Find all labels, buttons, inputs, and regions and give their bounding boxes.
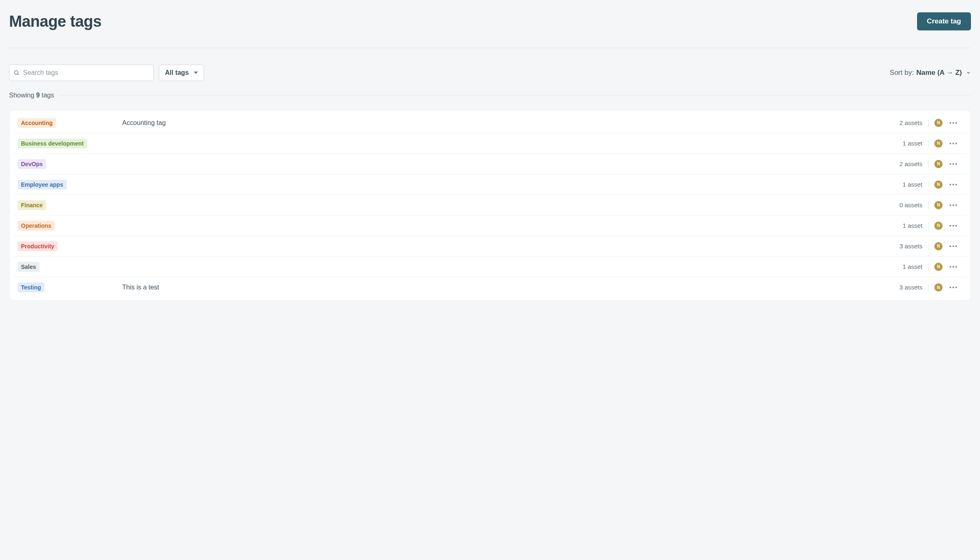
- more-horizontal-icon: [950, 184, 957, 185]
- owner-avatar[interactable]: N: [934, 180, 943, 189]
- svg-point-9: [952, 163, 954, 165]
- assets-count: 1 asset: [903, 222, 929, 230]
- svg-point-24: [952, 266, 954, 268]
- owner-avatar[interactable]: N: [934, 119, 943, 127]
- svg-point-17: [950, 225, 951, 227]
- more-actions-button[interactable]: [948, 180, 958, 190]
- svg-point-3: [952, 122, 954, 124]
- svg-point-14: [950, 204, 951, 206]
- filter-dropdown[interactable]: All tags: [159, 65, 204, 81]
- svg-point-7: [955, 143, 957, 144]
- svg-point-4: [955, 122, 957, 124]
- filter-label: All tags: [165, 69, 189, 76]
- tag-pill[interactable]: Finance: [18, 200, 46, 210]
- table-row[interactable]: DevOps2 assetsN: [14, 154, 966, 174]
- sort-prefix: Sort by:: [890, 69, 914, 77]
- results-count: Showing 9 tags: [9, 92, 54, 99]
- search-input-wrapper[interactable]: [9, 65, 154, 81]
- owner-avatar[interactable]: N: [934, 242, 943, 250]
- more-horizontal-icon: [950, 266, 957, 268]
- svg-point-18: [952, 225, 954, 227]
- svg-point-0: [14, 70, 18, 74]
- chevron-down-icon: [966, 70, 971, 75]
- svg-line-1: [17, 74, 19, 75]
- owner-avatar[interactable]: N: [934, 139, 943, 148]
- tag-pill[interactable]: Accounting: [18, 118, 56, 128]
- assets-count: 1 asset: [903, 263, 929, 271]
- more-actions-button[interactable]: [948, 159, 958, 169]
- svg-point-22: [955, 245, 957, 247]
- tag-description: This is a test: [122, 284, 899, 291]
- owner-avatar[interactable]: N: [934, 201, 943, 209]
- tag-pill[interactable]: DevOps: [18, 159, 46, 169]
- svg-point-19: [955, 225, 957, 227]
- more-actions-button[interactable]: [948, 262, 958, 272]
- more-horizontal-icon: [950, 287, 957, 288]
- more-horizontal-icon: [950, 122, 957, 124]
- svg-point-26: [950, 287, 951, 288]
- page-title: Manage tags: [9, 13, 102, 30]
- svg-point-10: [955, 163, 957, 165]
- tag-pill[interactable]: Testing: [18, 282, 44, 292]
- svg-point-25: [955, 266, 957, 268]
- more-actions-button[interactable]: [948, 241, 958, 251]
- tag-pill[interactable]: Employee apps: [18, 180, 67, 190]
- sort-value: Name (A → Z): [916, 69, 962, 77]
- more-horizontal-icon: [950, 225, 957, 227]
- search-input[interactable]: [23, 69, 149, 76]
- more-horizontal-icon: [950, 163, 957, 165]
- more-actions-button[interactable]: [948, 139, 958, 148]
- assets-count: 0 assets: [899, 201, 929, 209]
- svg-point-2: [950, 122, 951, 124]
- table-row[interactable]: AccountingAccounting tag2 assetsN: [14, 113, 966, 133]
- table-row[interactable]: Employee apps1 assetN: [14, 174, 966, 195]
- tag-pill[interactable]: Business development: [18, 139, 87, 148]
- divider: [59, 95, 971, 96]
- svg-point-15: [952, 204, 954, 206]
- svg-point-16: [955, 204, 957, 206]
- svg-point-5: [950, 143, 951, 144]
- more-actions-button[interactable]: [948, 118, 958, 128]
- more-horizontal-icon: [950, 143, 957, 144]
- table-row[interactable]: Finance0 assetsN: [14, 195, 966, 215]
- owner-avatar[interactable]: N: [934, 283, 943, 292]
- svg-point-6: [952, 143, 954, 144]
- tags-table: AccountingAccounting tag2 assetsNBusines…: [9, 110, 971, 301]
- assets-count: 2 assets: [899, 119, 929, 127]
- svg-point-28: [955, 287, 957, 288]
- svg-point-12: [952, 184, 954, 185]
- svg-point-23: [950, 266, 951, 268]
- more-actions-button[interactable]: [948, 282, 958, 292]
- tag-description: Accounting tag: [122, 119, 899, 127]
- more-horizontal-icon: [950, 245, 957, 247]
- svg-point-11: [950, 184, 951, 185]
- svg-point-13: [955, 184, 957, 185]
- table-row[interactable]: TestingThis is a test3 assetsN: [14, 277, 966, 298]
- assets-count: 3 assets: [899, 283, 929, 292]
- caret-down-icon: [194, 72, 198, 74]
- svg-point-20: [950, 245, 951, 247]
- more-actions-button[interactable]: [948, 221, 958, 231]
- svg-point-21: [952, 245, 954, 247]
- table-row[interactable]: Business development1 assetN: [14, 133, 966, 154]
- svg-point-27: [952, 287, 954, 288]
- create-tag-button[interactable]: Create tag: [917, 12, 971, 30]
- more-horizontal-icon: [950, 204, 957, 206]
- owner-avatar[interactable]: N: [934, 222, 943, 230]
- assets-count: 1 asset: [903, 180, 929, 189]
- owner-avatar[interactable]: N: [934, 263, 943, 271]
- search-icon: [14, 70, 20, 76]
- tag-pill[interactable]: Sales: [18, 262, 39, 272]
- table-row[interactable]: Operations1 assetN: [14, 215, 966, 236]
- assets-count: 3 assets: [899, 242, 929, 250]
- table-row[interactable]: Sales1 assetN: [14, 257, 966, 277]
- assets-count: 1 asset: [903, 139, 929, 148]
- more-actions-button[interactable]: [948, 200, 958, 210]
- assets-count: 2 assets: [899, 160, 929, 168]
- tag-pill[interactable]: Productivity: [18, 241, 58, 251]
- tag-pill[interactable]: Operations: [18, 221, 55, 231]
- table-row[interactable]: Productivity3 assetsN: [14, 236, 966, 257]
- svg-point-8: [950, 163, 951, 165]
- sort-dropdown[interactable]: Sort by: Name (A → Z): [890, 69, 971, 77]
- owner-avatar[interactable]: N: [934, 160, 943, 168]
